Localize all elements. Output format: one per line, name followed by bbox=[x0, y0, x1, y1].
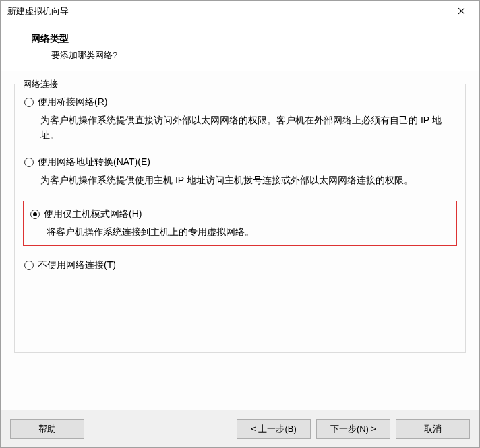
option-hostonly: 使用仅主机模式网络(H) 将客户机操作系统连接到主机上的专用虚拟网络。 bbox=[30, 208, 450, 239]
title-bar: 新建虚拟机向导 bbox=[1, 1, 479, 22]
option-hostonly-desc: 将客户机操作系统连接到主机上的专用虚拟网络。 bbox=[47, 224, 450, 239]
radio-none[interactable] bbox=[24, 261, 34, 270]
network-group: 网络连接 使用桥接网络(R) 为客户机操作系统提供直接访问外部以太网网络的权限。… bbox=[14, 84, 466, 353]
option-nat: 使用网络地址转换(NAT)(E) 为客户机操作系统提供使用主机 IP 地址访问主… bbox=[24, 156, 456, 187]
page-header: 网络类型 要添加哪类网络? bbox=[1, 22, 479, 71]
option-none-label[interactable]: 不使用网络连接(T) bbox=[38, 259, 116, 271]
option-nat-desc: 为客户机操作系统提供使用主机 IP 地址访问主机拨号连接或外部以太网网络连接的权… bbox=[40, 172, 456, 187]
radio-hostonly[interactable] bbox=[30, 210, 40, 219]
window-title: 新建虚拟机向导 bbox=[7, 5, 447, 18]
radio-nat[interactable] bbox=[24, 158, 34, 167]
wizard-window: 新建虚拟机向导 网络类型 要添加哪类网络? 网络连接 使用桥接网络(R) 为客户… bbox=[0, 0, 480, 448]
group-legend: 网络连接 bbox=[20, 78, 61, 90]
highlight-selected: 使用仅主机模式网络(H) 将客户机操作系统连接到主机上的专用虚拟网络。 bbox=[23, 201, 457, 245]
back-button[interactable]: < 上一步(B) bbox=[237, 419, 311, 439]
radio-bridged[interactable] bbox=[24, 98, 34, 107]
option-bridged-label[interactable]: 使用桥接网络(R) bbox=[38, 96, 107, 108]
close-icon bbox=[458, 7, 465, 15]
close-button[interactable] bbox=[447, 2, 475, 21]
option-hostonly-label[interactable]: 使用仅主机模式网络(H) bbox=[44, 208, 142, 220]
cancel-button[interactable]: 取消 bbox=[396, 419, 470, 439]
option-nat-label[interactable]: 使用网络地址转换(NAT)(E) bbox=[38, 156, 150, 168]
option-bridged-desc: 为客户机操作系统提供直接访问外部以太网网络的权限。客户机在外部网络上必须有自己的… bbox=[40, 113, 456, 143]
option-bridged: 使用桥接网络(R) 为客户机操作系统提供直接访问外部以太网网络的权限。客户机在外… bbox=[24, 96, 456, 143]
page-subtitle: 要添加哪类网络? bbox=[51, 49, 466, 61]
page-title: 网络类型 bbox=[31, 33, 466, 45]
help-button[interactable]: 帮助 bbox=[10, 419, 84, 439]
option-none: 不使用网络连接(T) bbox=[24, 259, 456, 271]
next-button[interactable]: 下一步(N) > bbox=[316, 419, 390, 439]
page-body: 网络连接 使用桥接网络(R) 为客户机操作系统提供直接访问外部以太网网络的权限。… bbox=[1, 71, 479, 410]
button-bar: 帮助 < 上一步(B) 下一步(N) > 取消 bbox=[1, 410, 479, 447]
